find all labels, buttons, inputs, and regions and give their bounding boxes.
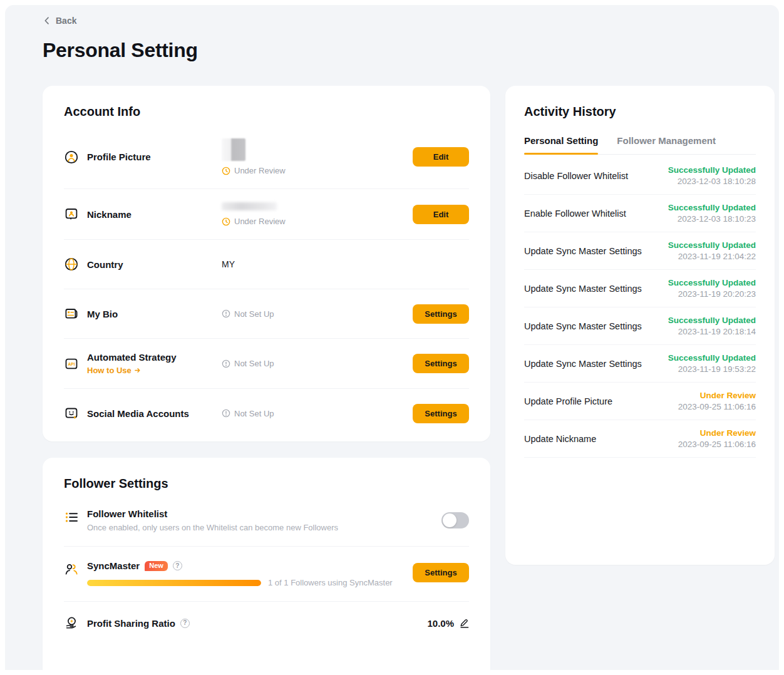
follower-whitelist-row: Follower Whitelist Once enabled, only us… <box>64 495 469 547</box>
activity-result: Successfully Updated 2023-12-03 18:10:23 <box>668 203 756 224</box>
activity-result: Successfully Updated 2023-11-19 19:53:22 <box>668 353 756 374</box>
activity-timestamp: 2023-11-19 20:18:14 <box>668 327 756 336</box>
tab-follower-management[interactable]: Follower Management <box>617 135 716 154</box>
activity-status: Successfully Updated <box>668 353 756 363</box>
activity-history-card: Activity History Personal Setting Follow… <box>505 86 775 565</box>
activity-item: Update Sync Master Settings Successfully… <box>524 270 756 307</box>
automated-strategy-status: Not Set Up <box>222 359 274 368</box>
activity-timestamp: 2023-09-25 11:06:16 <box>678 440 756 449</box>
activity-history-title: Activity History <box>524 105 756 119</box>
account-info-card: Account Info Profile Picture <box>43 86 490 441</box>
nickname-status: Under Review <box>222 217 286 226</box>
syncmaster-icon <box>64 562 79 577</box>
activity-action: Update Sync Master Settings <box>524 246 642 256</box>
country-value: MY <box>222 259 235 269</box>
country-globe-icon <box>64 257 79 272</box>
profit-sharing-label: Profit Sharing Ratio <box>87 618 175 629</box>
api-icon: API <box>64 356 79 371</box>
arrow-right-icon <box>134 367 141 374</box>
activity-result: Successfully Updated 2023-11-19 20:18:14 <box>668 316 756 336</box>
activity-item: Update Sync Master Settings Successfully… <box>524 232 756 270</box>
profile-picture-icon <box>64 150 79 165</box>
row-label: Country <box>87 259 123 270</box>
account-row-profile-picture: Profile Picture Under Review Edit <box>64 125 469 189</box>
activity-status: Successfully Updated <box>668 316 756 325</box>
question-icon[interactable] <box>173 561 182 570</box>
activity-action: Update Sync Master Settings <box>524 284 642 294</box>
follower-whitelist-label: Follower Whitelist <box>87 508 441 519</box>
activity-timestamp: 2023-09-25 11:06:16 <box>678 402 756 411</box>
syncmaster-progress-fill <box>87 580 261 586</box>
activity-action: Update Sync Master Settings <box>524 321 642 331</box>
svg-text:API: API <box>68 361 75 366</box>
activity-result: Successfully Updated 2023-11-19 21:04:22 <box>668 240 756 261</box>
profile-picture-preview <box>222 138 245 161</box>
row-label: Profile Picture <box>87 152 151 162</box>
activity-item: Update Sync Master Settings Successfully… <box>524 345 756 383</box>
activity-status: Under Review <box>678 428 756 438</box>
profit-sharing-edit[interactable]: 10.0% <box>427 618 469 629</box>
row-label: Social Media Accounts <box>87 408 189 419</box>
syncmaster-row: SyncMaster New 1 of 1 Followers using Sy… <box>64 547 469 602</box>
question-icon[interactable] <box>180 619 190 628</box>
account-info-title: Account Info <box>64 105 469 119</box>
activity-result: Successfully Updated 2023-11-19 20:20:23 <box>668 278 756 299</box>
activity-status: Successfully Updated <box>668 240 756 250</box>
row-label: My Bio <box>87 309 118 319</box>
profit-sharing-value: 10.0% <box>427 618 454 629</box>
edit-nickname-button[interactable]: Edit <box>413 205 469 224</box>
activity-action: Update Profile Picture <box>524 396 612 406</box>
social-media-status: Not Set Up <box>222 409 274 418</box>
activity-item: Disable Follower Whitelist Successfully … <box>524 157 756 195</box>
toggle-knob <box>443 513 456 527</box>
activity-timestamp: 2023-12-03 18:10:28 <box>668 177 756 186</box>
page-title: Personal Setting <box>43 39 779 62</box>
row-label: Automated Strategy <box>87 352 177 363</box>
activity-item: Update Sync Master Settings Successfully… <box>524 307 756 345</box>
account-row-social-media: Social Media Accounts Not Set Up Setting… <box>64 389 469 438</box>
activity-result: Successfully Updated 2023-12-03 18:10:28 <box>668 165 756 186</box>
profit-sharing-row: Profit Sharing Ratio 10.0% <box>64 602 469 644</box>
activity-timestamp: 2023-11-19 21:04:22 <box>668 252 756 261</box>
account-row-automated-strategy: API Automated Strategy How to Use <box>64 339 469 389</box>
automated-strategy-settings-button[interactable]: Settings <box>413 354 469 373</box>
account-row-country: Country MY <box>64 240 469 289</box>
info-icon <box>222 409 230 418</box>
my-bio-settings-button[interactable]: Settings <box>413 304 469 324</box>
activity-timestamp: 2023-11-19 20:20:23 <box>668 289 756 299</box>
back-button[interactable]: Back <box>43 16 76 25</box>
new-badge: New <box>145 561 168 571</box>
activity-action: Enable Follower Whitelist <box>524 209 626 219</box>
activity-timestamp: 2023-11-19 19:53:22 <box>668 364 756 374</box>
activity-status: Successfully Updated <box>668 278 756 287</box>
clock-icon <box>222 167 230 175</box>
syncmaster-progress-bar <box>87 580 261 586</box>
tab-personal-setting[interactable]: Personal Setting <box>524 135 598 154</box>
social-media-settings-button[interactable]: Settings <box>413 404 469 423</box>
activity-list: Disable Follower Whitelist Successfully … <box>524 157 756 458</box>
syncmaster-settings-button[interactable]: Settings <box>413 563 469 582</box>
row-label: Nickname <box>87 209 132 220</box>
my-bio-icon <box>64 306 79 321</box>
follower-whitelist-toggle[interactable] <box>441 512 469 528</box>
activity-action: Update Sync Master Settings <box>524 359 642 369</box>
how-to-use-link[interactable]: How to Use <box>87 366 177 375</box>
activity-result: Under Review 2023-09-25 11:06:16 <box>678 391 756 411</box>
syncmaster-label: SyncMaster <box>87 560 140 571</box>
page-background: Back Personal Setting Account Info Profi… <box>5 5 779 670</box>
account-row-nickname: Nickname Under Review Edit <box>64 189 469 240</box>
follower-whitelist-description: Once enabled, only users on the Whitelis… <box>87 523 441 532</box>
activity-timestamp: 2023-12-03 18:10:23 <box>668 214 756 224</box>
nickname-preview <box>222 202 277 210</box>
activity-status: Under Review <box>678 391 756 400</box>
activity-status: Successfully Updated <box>668 203 756 212</box>
activity-action: Disable Follower Whitelist <box>524 171 628 181</box>
edit-pencil-icon <box>459 618 469 628</box>
activity-item: Update Nickname Under Review 2023-09-25 … <box>524 420 756 458</box>
clock-icon <box>222 217 230 226</box>
syncmaster-usage: 1 of 1 Followers using SyncMaster <box>268 578 393 587</box>
back-label: Back <box>56 16 76 25</box>
whitelist-list-icon <box>64 510 79 525</box>
social-media-icon <box>64 406 79 421</box>
edit-profile-picture-button[interactable]: Edit <box>413 147 469 167</box>
